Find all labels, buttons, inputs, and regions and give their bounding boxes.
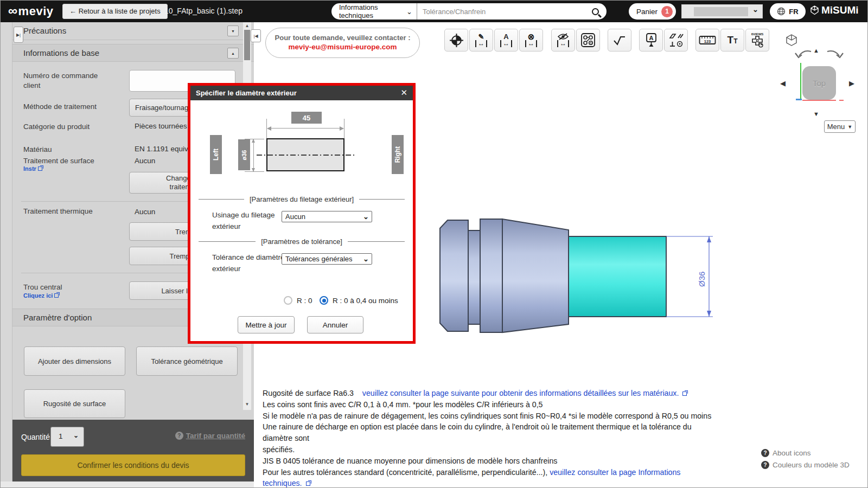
shaft-cylinder-selected[interactable]: [569, 236, 666, 317]
cancel-button[interactable]: Annuler: [307, 316, 363, 333]
model-colors-link[interactable]: ?Couleurs du modèle 3D: [761, 459, 850, 471]
rotate-left-step-button[interactable]: ◀: [780, 79, 786, 87]
cart-button[interactable]: Panier 1: [629, 3, 676, 20]
datum-target-icon: [449, 33, 464, 48]
model-viewport[interactable]: Ø36: [435, 215, 717, 334]
empty-dropdown[interactable]: ⌄: [681, 4, 763, 18]
svg-text:123: 123: [704, 39, 711, 44]
rotate-up-button[interactable]: ▲: [813, 47, 819, 54]
central-hole-link[interactable]: Cliquez ici: [23, 292, 59, 299]
pattern-icon: [580, 33, 596, 48]
shaft-flange-2[interactable]: [480, 219, 502, 332]
geometric-tolerance-tool-button[interactable]: [664, 29, 688, 52]
datum-label-button[interactable]: A: [639, 29, 663, 52]
diameter-tag: ø36: [238, 139, 250, 170]
axis-z-blue: [796, 99, 802, 100]
text-dimension-button[interactable]: A ↔: [494, 29, 518, 52]
surface-roughness-button[interactable]: Rugosité de surface: [24, 389, 125, 418]
search-icon[interactable]: [592, 8, 599, 15]
quote-footer: Quantité 1 ⌄ ? Tarif par quantité Confir…: [12, 420, 254, 481]
contact-email-link[interactable]: meviy-eu@misumi-europe.com: [266, 43, 419, 51]
instr-link[interactable]: Instr: [23, 165, 42, 172]
rotate-right-icon[interactable]: [825, 48, 845, 59]
file-name: 10_FAtp_basic (1).step: [164, 7, 242, 15]
add-dimensions-button[interactable]: Ajouter des dimensions: [24, 346, 125, 376]
note-line: Les coins sont finis avec C/R 0,1 à 0,4 …: [263, 399, 718, 410]
modal-header[interactable]: Spécifier le diamètre extérieur ✕: [190, 86, 413, 100]
radio-r0-04[interactable]: [320, 296, 328, 305]
scrollbar-down-icon[interactable]: ▼: [243, 402, 251, 407]
misumi-cube-icon: [810, 5, 819, 15]
surface-finish-button[interactable]: [608, 29, 631, 52]
update-button[interactable]: Mettre à jour: [238, 316, 295, 333]
materials-info-link[interactable]: veuillez consulter la page suivante pour…: [362, 389, 679, 397]
shaft-part[interactable]: [440, 219, 666, 332]
meviy-logo[interactable]: ∞meviy: [8, 3, 54, 18]
shaft-groove[interactable]: [468, 230, 480, 324]
search-category-dropdown[interactable]: Informations techniques⌄: [331, 3, 417, 20]
panel-collapse-handle[interactable]: |◀: [251, 29, 261, 42]
scrollbar-up-icon[interactable]: ▲: [243, 23, 251, 28]
auto-dimension-button[interactable]: [576, 29, 600, 52]
heat-treatment-label: Traitement thermique: [23, 207, 124, 216]
back-arrow-icon: ←: [69, 7, 76, 15]
tolerance-symbols-icon: [668, 33, 684, 48]
left-face-tag[interactable]: Left: [210, 135, 222, 174]
chevron-down-icon: ⌄: [363, 254, 369, 264]
external-link-icon: [682, 391, 687, 396]
material-value: EN 1.1191 equiv.: [135, 145, 190, 153]
external-link-icon: [38, 166, 42, 171]
precautions-expand-button[interactable]: ▼: [227, 25, 239, 36]
rotate-right-step-button[interactable]: ▶: [849, 79, 854, 87]
rotate-left-icon[interactable]: [794, 48, 813, 59]
confirm-quote-button[interactable]: Confirmer les conditions du devis: [21, 454, 245, 476]
search-input[interactable]: [417, 8, 592, 16]
hide-dimension-button[interactable]: ↔: [551, 29, 575, 52]
datum-target-button[interactable]: [444, 29, 468, 52]
axis-x-red: [802, 100, 836, 101]
tariff-by-quantity-link[interactable]: ? Tarif par quantité: [175, 432, 245, 440]
shaft-cone[interactable]: [502, 219, 569, 332]
back-to-projects-button[interactable]: ← Retour à la liste de projets: [62, 4, 168, 19]
view-menu-button[interactable]: Menu▼: [824, 120, 856, 133]
quantity-select[interactable]: 1 ⌄: [50, 427, 84, 447]
language-button[interactable]: FR: [770, 3, 806, 20]
arrowhead-down: [252, 168, 255, 172]
measure-button[interactable]: 123: [695, 29, 719, 52]
text-size-button[interactable]: TT: [720, 29, 744, 52]
ruler-123-icon: 123: [699, 34, 716, 47]
section-precautions[interactable]: Précautions ▼: [12, 22, 254, 40]
axis-y-green: [800, 63, 801, 100]
basic-info-collapse-button[interactable]: ▲: [227, 48, 239, 59]
right-face-tag[interactable]: Right: [392, 135, 404, 174]
length-dimension-tag: 45: [291, 112, 322, 124]
radio-r0[interactable]: [284, 296, 292, 305]
note-line: JIS B 0405 tolérance de nuance moyenne p…: [263, 455, 718, 467]
delete-dimension-button[interactable]: ⊗ ↔: [519, 29, 543, 52]
question-icon: ?: [175, 432, 183, 440]
top-bar: ∞meviy ← Retour à la liste de projets 10…: [1, 1, 868, 22]
quantity-label: Quantité: [21, 433, 50, 441]
close-icon[interactable]: ✕: [400, 88, 407, 98]
section-basic-info[interactable]: Informations de base ▲: [12, 44, 254, 62]
question-icon: ?: [761, 461, 769, 469]
diameter-tolerance-select[interactable]: Tolérances générales ⌄: [282, 253, 372, 265]
six-views-button[interactable]: 6VIEWS: [745, 29, 769, 52]
processing-method-label: Méthode de traitement: [23, 102, 124, 112]
radio-r0-04-label[interactable]: R : 0 à 0,4 ou moins: [333, 297, 398, 305]
shaft-flange-1[interactable]: [440, 220, 468, 331]
cube-icon[interactable]: [786, 34, 797, 46]
thread-machining-select[interactable]: Aucun ⌄: [282, 211, 372, 222]
edit-dimension-button[interactable]: ✎ ↔: [469, 29, 493, 52]
outer-diameter-modal: Spécifier le diamètre extérieur ✕ 45 Lef…: [188, 83, 416, 344]
rotate-down-button[interactable]: ▼: [813, 111, 819, 117]
arrowhead-up: [252, 139, 255, 143]
about-icons-link[interactable]: ?About icons: [761, 447, 850, 459]
radio-r0-label[interactable]: R : 0: [297, 297, 312, 305]
scrollbar-thumb[interactable]: [244, 30, 250, 60]
dimension-line-icon: ↔: [500, 40, 512, 47]
cart-count-badge: 1: [661, 6, 673, 17]
viewcube-top-face[interactable]: Top: [802, 66, 836, 100]
geometric-tolerance-button[interactable]: Tolérance géométrique: [136, 346, 238, 376]
sidebar-collapse-handle[interactable]: ▶|: [14, 27, 23, 43]
